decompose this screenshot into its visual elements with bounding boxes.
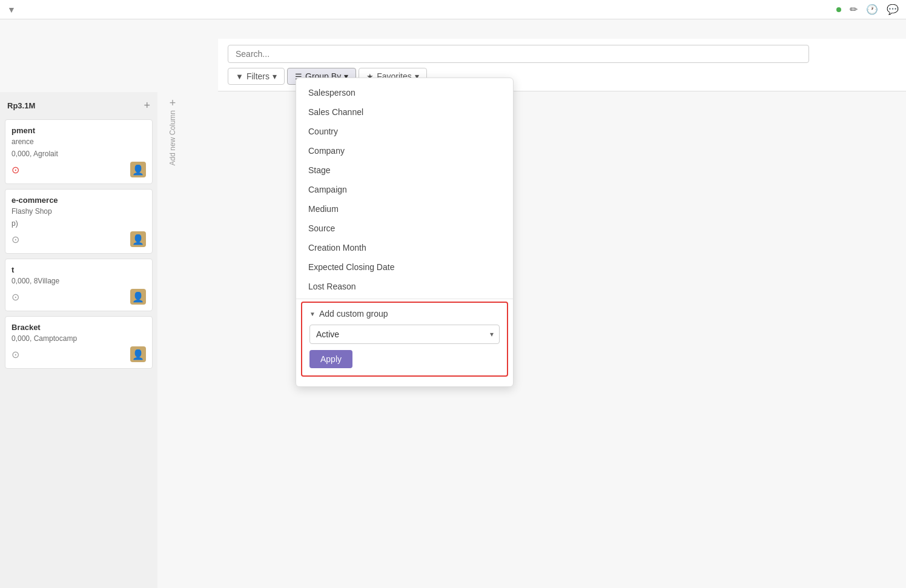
dropdown-divider (296, 299, 513, 299)
avatar: 👤 (130, 346, 146, 362)
pencil-icon[interactable]: ✏ (850, 4, 858, 15)
card-footer: ⊙ 👤 (12, 289, 146, 305)
top-bar-icons: ✏ 🕐 💬 (836, 4, 899, 15)
clock-icon: ⊙ (12, 164, 19, 176)
group-by-sales-channel[interactable]: Sales Channel (296, 102, 513, 122)
user-icon: 👤 (132, 234, 144, 245)
card-detail: 0,000, Camptocamp (12, 334, 146, 343)
kanban-card[interactable]: t 0,000, 8Village ⊙ 👤 (5, 259, 153, 311)
custom-group-select[interactable]: Active Salesperson Sales Channel Country… (309, 325, 500, 344)
card-detail: 0,000, 8Village (12, 277, 146, 285)
custom-group-section: ▼ Add custom group Active Salesperson Sa… (301, 302, 508, 377)
top-bar: ▼ ✏ 🕐 💬 (0, 0, 906, 19)
group-by-medium[interactable]: Medium (296, 199, 513, 219)
card-footer: ⊙ 👤 (12, 346, 146, 362)
card-subtitle: Flashy Shop (12, 207, 146, 216)
user-icon: 👤 (132, 349, 144, 360)
kanban-card[interactable]: pment arence 0,000, Agrolait ⊙ 👤 (5, 119, 153, 184)
group-by-expected-closing-date[interactable]: Expected Closing Date (296, 257, 513, 277)
group-by-stage[interactable]: Stage (296, 160, 513, 180)
group-by-salesperson[interactable]: Salesperson (296, 83, 513, 102)
clock-icon: ⊙ (12, 234, 19, 245)
group-by-dropdown: Salesperson Sales Channel Country Compan… (296, 78, 514, 387)
clock-icon: ⊙ (12, 291, 19, 303)
add-column-plus-icon[interactable]: + (170, 97, 176, 110)
avatar: 👤 (130, 289, 146, 305)
filter-icon: ▼ (236, 72, 243, 81)
search-row (228, 45, 896, 63)
filters-dropdown-arrow: ▾ (273, 71, 277, 81)
clock-icon: ⊙ (12, 349, 19, 360)
avatar: 👤 (130, 162, 146, 177)
card-detail: p) (12, 219, 146, 228)
avatar: 👤 (130, 231, 146, 247)
chat-icon[interactable]: 💬 (887, 4, 899, 15)
card-title: Bracket (12, 323, 146, 332)
add-column-label[interactable]: Add new Column (168, 110, 177, 165)
group-by-source[interactable]: Source (296, 219, 513, 238)
search-input[interactable] (228, 45, 809, 63)
kanban-card[interactable]: Bracket 0,000, Camptocamp ⊙ 👤 (5, 316, 153, 369)
kanban-add-button[interactable]: + (144, 99, 150, 112)
custom-group-select-wrapper: Active Salesperson Sales Channel Country… (309, 325, 500, 344)
custom-group-header[interactable]: ▼ Add custom group (309, 309, 500, 319)
filters-button[interactable]: ▼ Filters ▾ (228, 68, 285, 85)
group-by-company[interactable]: Company (296, 141, 513, 160)
user-icon: 👤 (132, 164, 144, 176)
group-by-country[interactable]: Country (296, 122, 513, 141)
kanban-amount: Rp3.1M (7, 101, 35, 110)
main-area: ▼ Filters ▾ ☰ Group By ▾ ★ Favorites ▾ R… (0, 19, 906, 588)
breadcrumb-arrow: ▼ (7, 5, 16, 15)
kanban-column-1: Rp3.1M + pment arence 0,000, Agrolait ⊙ … (0, 92, 157, 588)
kanban-card[interactable]: e-commerce Flashy Shop p) ⊙ 👤 (5, 189, 153, 254)
apply-button[interactable]: Apply (309, 350, 352, 368)
clock-icon[interactable]: 🕐 (866, 4, 878, 15)
add-new-column[interactable]: + Add new Column (157, 92, 188, 588)
group-by-lost-reason[interactable]: Lost Reason (296, 277, 513, 296)
custom-group-arrow-icon: ▼ (309, 311, 316, 317)
card-footer: ⊙ 👤 (12, 231, 146, 247)
group-by-campaign[interactable]: Campaign (296, 180, 513, 199)
card-title: e-commerce (12, 196, 146, 205)
card-footer: ⊙ 👤 (12, 162, 146, 177)
group-by-creation-month[interactable]: Creation Month (296, 238, 513, 257)
card-title: t (12, 265, 146, 274)
filters-label: Filters (246, 71, 269, 81)
dropdown-menu-list: Salesperson Sales Channel Country Compan… (296, 78, 513, 386)
status-indicator (836, 7, 841, 12)
card-subtitle: arence (12, 137, 146, 146)
card-title: pment (12, 126, 146, 135)
custom-group-label: Add custom group (319, 309, 388, 319)
user-icon: 👤 (132, 291, 144, 303)
kanban-column-header: Rp3.1M + (5, 97, 153, 114)
card-detail: 0,000, Agrolait (12, 150, 146, 158)
